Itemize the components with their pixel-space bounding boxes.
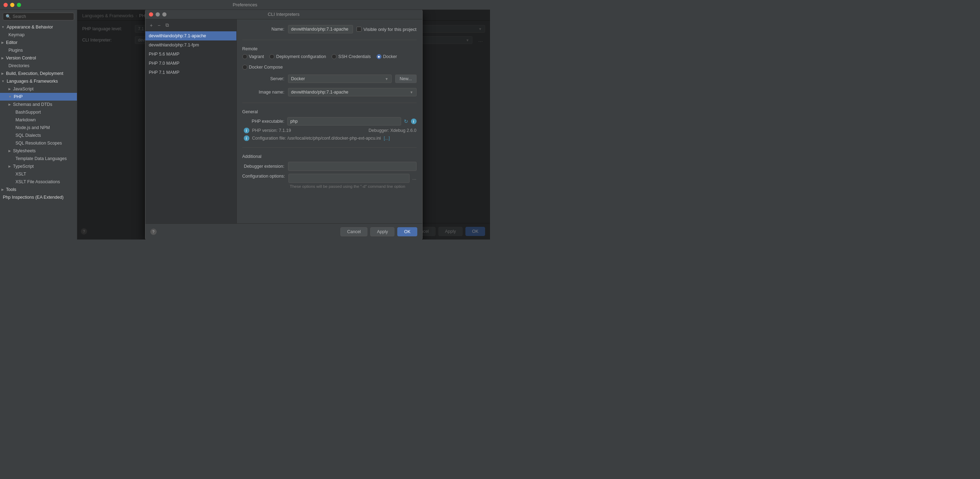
modal-minimize-button[interactable] <box>156 12 160 16</box>
sidebar-item-editor[interactable]: Editor <box>0 39 77 46</box>
config-file-row: i Configuration file: /usr/local/etc/php… <box>242 136 417 141</box>
modal-help-icon[interactable]: ? <box>150 228 157 235</box>
info-icon[interactable]: i <box>411 118 417 124</box>
sidebar-item-php[interactable]: PHP <box>0 93 77 101</box>
sidebar-item-template[interactable]: Template Data Languages <box>0 155 77 163</box>
content-area: Languages & Frameworks › PHP 📋 For curre… <box>77 10 490 240</box>
sidebar-item-javascript[interactable]: JavaScript <box>0 85 77 93</box>
image-select[interactable]: devwithlando/php:7.1-apache ▼ <box>288 88 417 96</box>
expand-icon <box>2 80 5 83</box>
radio-icon <box>242 54 247 59</box>
remove-interpreter-button[interactable]: − <box>156 22 162 29</box>
modal-footer-buttons: Cancel Apply OK <box>340 227 417 236</box>
modal-apply-button[interactable]: Apply <box>370 227 395 236</box>
sidebar-item-appearance[interactable]: Appearance & Behavior <box>0 23 77 31</box>
general-section: General PHP executable: ↻ i i PHP versio… <box>242 109 417 141</box>
sidebar-item-label: Languages & Frameworks <box>7 79 58 84</box>
radio-docker[interactable]: Docker <box>377 54 397 59</box>
sidebar-item-label: JavaScript <box>13 86 33 91</box>
config-options-input[interactable] <box>288 174 409 183</box>
search-box[interactable]: 🔍 <box>3 13 74 21</box>
php-exec-input[interactable] <box>287 117 401 126</box>
sidebar-item-label: Node.js and NPM <box>16 125 50 130</box>
interpreter-item-php71[interactable]: PHP 7.1 MAMP <box>145 68 236 77</box>
sidebar-item-build[interactable]: Build, Execution, Deployment <box>0 70 77 77</box>
interpreter-item-apache[interactable]: devwithlando/php:7.1-apache <box>145 31 236 40</box>
sidebar-item-keymap[interactable]: Keymap <box>0 31 77 39</box>
modal-window-controls[interactable] <box>149 12 167 16</box>
debugger-label: Debugger: Xdebug 2.6.0 <box>369 128 416 133</box>
info-icon: i <box>244 128 250 133</box>
sidebar-item-xslt-file[interactable]: XSLT File Associations <box>0 178 77 186</box>
add-interpreter-button[interactable]: + <box>148 22 154 29</box>
sidebar-item-languages[interactable]: Languages & Frameworks <box>0 77 77 85</box>
php-version-row: i PHP version: 7.1.19 Debugger: Xdebug 2… <box>242 128 417 133</box>
checkbox-icon[interactable] <box>356 27 361 32</box>
sidebar-item-label: XSLT File Associations <box>16 179 60 184</box>
debugger-ext-label: Debugger extension: <box>242 164 285 169</box>
modal-cancel-button[interactable]: Cancel <box>340 227 368 236</box>
sidebar-item-bashsupport[interactable]: BashSupport <box>0 108 77 116</box>
sidebar-item-label: SQL Resolution Scopes <box>16 141 62 145</box>
expand-icon <box>8 95 11 99</box>
visible-checkbox[interactable]: Visible only for this project <box>356 27 417 32</box>
sidebar-item-label: Plugins <box>8 48 23 53</box>
modal-close-button[interactable] <box>149 12 153 16</box>
modal-ok-button[interactable]: OK <box>397 227 417 236</box>
expand-icon <box>2 188 4 191</box>
close-button[interactable] <box>3 3 8 7</box>
sidebar-item-nodejs[interactable]: Node.js and NPM <box>0 124 77 131</box>
interpreter-item-php70[interactable]: PHP 7.0 MAMP <box>145 59 236 68</box>
cli-interpreters-dialog: CLI Interpreters + − ⧉ devwithlando/ph <box>145 10 423 240</box>
config-hint-text: These options will be passed using the "… <box>288 184 416 188</box>
sidebar-item-schemas[interactable]: Schemas and DTDs <box>0 101 77 108</box>
sidebar-item-tools[interactable]: Tools <box>0 186 77 193</box>
chevron-down-icon: ▼ <box>410 90 414 94</box>
config-options-label: Configuration options: <box>242 174 285 179</box>
radio-ssh[interactable]: SSH Credentials <box>332 54 371 59</box>
minimize-button[interactable] <box>10 3 14 7</box>
sidebar-item-stylesheets[interactable]: Stylesheets <box>0 147 77 155</box>
debugger-ext-input[interactable] <box>288 162 417 171</box>
sidebar-item-xslt[interactable]: XSLT <box>0 170 77 178</box>
copy-interpreter-button[interactable]: ⧉ <box>164 21 171 29</box>
separator3 <box>242 147 417 148</box>
sidebar-item-label: Editor <box>6 40 18 45</box>
main-layout: 🔍 Appearance & Behavior Keymap Editor Pl… <box>0 10 490 240</box>
config-link[interactable]: [...] <box>383 136 390 141</box>
sidebar-item-markdown[interactable]: Markdown <box>0 116 77 124</box>
sidebar-item-php-inspections[interactable]: Php Inspections (EA Extended) <box>0 193 77 201</box>
new-server-button[interactable]: New... <box>395 75 417 83</box>
title-bar: Preferences <box>0 0 490 10</box>
radio-deployment[interactable]: Deployment configuration <box>269 54 326 59</box>
search-icon: 🔍 <box>6 14 11 19</box>
sidebar-item-label: TypeScript <box>13 164 34 169</box>
interpreter-item-php56[interactable]: PHP 5.6 MAMP <box>145 49 236 59</box>
window-controls[interactable] <box>3 3 21 7</box>
maximize-button[interactable] <box>17 3 21 7</box>
sidebar-item-label: Php Inspections (EA Extended) <box>3 195 64 200</box>
search-input[interactable] <box>13 14 71 19</box>
remote-radio-group: Vagrant Deployment configuration SSH Cre… <box>242 54 417 70</box>
image-label: Image name: <box>242 90 285 94</box>
more-options-button[interactable]: … <box>412 176 417 181</box>
sidebar-item-sql-dialects[interactable]: SQL Dialects <box>0 131 77 139</box>
expand-icon <box>8 149 11 153</box>
modal-maximize-button[interactable] <box>162 12 167 16</box>
expand-icon <box>2 56 4 60</box>
sidebar-item-directories[interactable]: Directories <box>0 62 77 70</box>
radio-icon-checked <box>377 54 382 59</box>
interpreter-item-fpm[interactable]: devwithlando/php:7.1-fpm <box>145 40 236 49</box>
expand-icon <box>2 72 4 75</box>
sidebar-item-sql-resolution[interactable]: SQL Resolution Scopes <box>0 139 77 147</box>
sidebar-item-typescript[interactable]: TypeScript <box>0 163 77 170</box>
radio-vagrant[interactable]: Vagrant <box>242 54 264 59</box>
name-input[interactable] <box>288 25 353 34</box>
refresh-icon[interactable]: ↻ <box>404 118 408 124</box>
sidebar-item-label: Appearance & Behavior <box>7 25 53 30</box>
server-select[interactable]: Docker ▼ <box>288 75 391 83</box>
sidebar-item-plugins[interactable]: Plugins <box>0 46 77 54</box>
radio-docker-compose[interactable]: Docker Compose <box>242 65 283 70</box>
modal-titlebar: CLI Interpreters <box>145 10 422 19</box>
sidebar-item-version-control[interactable]: Version Control <box>0 54 77 62</box>
